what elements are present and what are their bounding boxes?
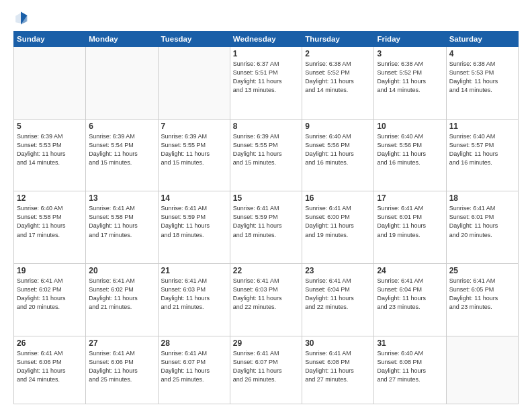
day-info: Sunrise: 6:40 AM Sunset: 5:56 PM Dayligh… [305, 132, 371, 167]
day-info: Sunrise: 6:41 AM Sunset: 6:06 PM Dayligh… [89, 349, 154, 384]
weekday-row: SundayMondayTuesdayWednesdayThursdayFrid… [14, 32, 519, 47]
calendar-cell: 15Sunrise: 6:41 AM Sunset: 5:59 PM Dayli… [230, 191, 302, 264]
day-number: 3 [377, 49, 443, 58]
day-info: Sunrise: 6:39 AM Sunset: 5:54 PM Dayligh… [89, 132, 154, 167]
day-number: 22 [233, 266, 299, 275]
day-number: 1 [233, 49, 299, 58]
weekday-header-wednesday: Wednesday [230, 32, 302, 47]
calendar-cell: 22Sunrise: 6:41 AM Sunset: 6:03 PM Dayli… [230, 264, 302, 336]
day-number: 26 [17, 338, 83, 348]
day-number: 14 [161, 193, 227, 203]
calendar-cell: 3Sunrise: 6:38 AM Sunset: 5:52 PM Daylig… [374, 47, 446, 120]
calendar-week-1: 5Sunrise: 6:39 AM Sunset: 5:53 PM Daylig… [14, 119, 519, 191]
day-number: 19 [17, 266, 83, 275]
day-info: Sunrise: 6:41 AM Sunset: 6:07 PM Dayligh… [233, 349, 299, 384]
day-number: 6 [89, 122, 154, 131]
calendar-cell: 16Sunrise: 6:41 AM Sunset: 6:00 PM Dayli… [302, 191, 374, 264]
calendar-cell: 9Sunrise: 6:40 AM Sunset: 5:56 PM Daylig… [302, 119, 374, 191]
day-number: 11 [449, 122, 515, 131]
day-info: Sunrise: 6:41 AM Sunset: 5:59 PM Dayligh… [161, 204, 227, 239]
day-info: Sunrise: 6:39 AM Sunset: 5:53 PM Dayligh… [17, 132, 83, 167]
day-info: Sunrise: 6:38 AM Sunset: 5:53 PM Dayligh… [449, 60, 515, 95]
day-info: Sunrise: 6:41 AM Sunset: 6:01 PM Dayligh… [449, 204, 515, 239]
calendar-cell: 8Sunrise: 6:39 AM Sunset: 5:55 PM Daylig… [230, 119, 302, 191]
day-number: 21 [161, 266, 227, 275]
day-info: Sunrise: 6:41 AM Sunset: 6:03 PM Dayligh… [161, 277, 227, 312]
day-info: Sunrise: 6:41 AM Sunset: 6:05 PM Dayligh… [449, 277, 515, 312]
calendar-cell: 7Sunrise: 6:39 AM Sunset: 5:55 PM Daylig… [158, 119, 230, 191]
day-info: Sunrise: 6:41 AM Sunset: 6:03 PM Dayligh… [233, 277, 299, 312]
day-number: 8 [233, 122, 299, 131]
weekday-header-sunday: Sunday [14, 32, 86, 47]
day-number: 5 [17, 122, 83, 131]
day-number: 16 [305, 193, 371, 203]
calendar-body: 1Sunrise: 6:37 AM Sunset: 5:51 PM Daylig… [14, 47, 519, 404]
weekday-header-monday: Monday [86, 32, 158, 47]
day-number: 13 [89, 193, 154, 203]
day-info: Sunrise: 6:41 AM Sunset: 6:01 PM Dayligh… [377, 204, 443, 239]
calendar-cell: 11Sunrise: 6:40 AM Sunset: 5:57 PM Dayli… [446, 119, 518, 191]
day-info: Sunrise: 6:39 AM Sunset: 5:55 PM Dayligh… [233, 132, 299, 167]
day-info: Sunrise: 6:41 AM Sunset: 6:04 PM Dayligh… [377, 277, 443, 312]
calendar-cell: 24Sunrise: 6:41 AM Sunset: 6:04 PM Dayli… [374, 264, 446, 336]
calendar-cell: 18Sunrise: 6:41 AM Sunset: 6:01 PM Dayli… [446, 191, 518, 264]
day-number: 20 [89, 266, 154, 275]
calendar-cell: 25Sunrise: 6:41 AM Sunset: 6:05 PM Dayli… [446, 264, 518, 336]
day-info: Sunrise: 6:39 AM Sunset: 5:55 PM Dayligh… [161, 132, 227, 167]
day-number: 18 [449, 193, 515, 203]
day-number: 12 [17, 193, 83, 203]
calendar-week-0: 1Sunrise: 6:37 AM Sunset: 5:51 PM Daylig… [14, 47, 519, 120]
day-info: Sunrise: 6:41 AM Sunset: 5:59 PM Dayligh… [233, 204, 299, 239]
day-number: 15 [233, 193, 299, 203]
weekday-header-tuesday: Tuesday [158, 32, 230, 47]
calendar-cell: 14Sunrise: 6:41 AM Sunset: 5:59 PM Dayli… [158, 191, 230, 264]
day-info: Sunrise: 6:38 AM Sunset: 5:52 PM Dayligh… [305, 60, 371, 95]
day-number: 29 [233, 338, 299, 348]
day-info: Sunrise: 6:41 AM Sunset: 6:07 PM Dayligh… [161, 349, 227, 384]
calendar-cell: 26Sunrise: 6:41 AM Sunset: 6:06 PM Dayli… [14, 336, 86, 404]
day-info: Sunrise: 6:37 AM Sunset: 5:51 PM Dayligh… [233, 60, 299, 95]
day-info: Sunrise: 6:41 AM Sunset: 6:00 PM Dayligh… [305, 204, 371, 239]
calendar-cell: 27Sunrise: 6:41 AM Sunset: 6:06 PM Dayli… [86, 336, 158, 404]
header [13, 11, 519, 26]
day-number: 25 [449, 266, 515, 275]
calendar: SundayMondayTuesdayWednesdayThursdayFrid… [13, 31, 519, 404]
calendar-cell [446, 336, 518, 404]
calendar-cell: 10Sunrise: 6:40 AM Sunset: 5:56 PM Dayli… [374, 119, 446, 191]
day-number: 10 [377, 122, 443, 131]
day-info: Sunrise: 6:41 AM Sunset: 6:08 PM Dayligh… [305, 349, 371, 384]
logo [13, 11, 31, 26]
day-number: 7 [161, 122, 227, 131]
logo-icon [13, 11, 28, 26]
calendar-cell: 23Sunrise: 6:41 AM Sunset: 6:04 PM Dayli… [302, 264, 374, 336]
day-number: 30 [305, 338, 371, 348]
day-info: Sunrise: 6:40 AM Sunset: 5:57 PM Dayligh… [449, 132, 515, 167]
day-number: 4 [449, 49, 515, 58]
calendar-cell: 4Sunrise: 6:38 AM Sunset: 5:53 PM Daylig… [446, 47, 518, 120]
day-info: Sunrise: 6:41 AM Sunset: 6:02 PM Dayligh… [89, 277, 154, 312]
day-info: Sunrise: 6:41 AM Sunset: 6:06 PM Dayligh… [17, 349, 83, 384]
calendar-cell: 12Sunrise: 6:40 AM Sunset: 5:58 PM Dayli… [14, 191, 86, 264]
calendar-cell: 20Sunrise: 6:41 AM Sunset: 6:02 PM Dayli… [86, 264, 158, 336]
weekday-header-saturday: Saturday [446, 32, 518, 47]
calendar-cell: 21Sunrise: 6:41 AM Sunset: 6:03 PM Dayli… [158, 264, 230, 336]
day-info: Sunrise: 6:41 AM Sunset: 5:58 PM Dayligh… [89, 204, 154, 239]
weekday-header-friday: Friday [374, 32, 446, 47]
calendar-week-3: 19Sunrise: 6:41 AM Sunset: 6:02 PM Dayli… [14, 264, 519, 336]
day-number: 24 [377, 266, 443, 275]
calendar-cell: 13Sunrise: 6:41 AM Sunset: 5:58 PM Dayli… [86, 191, 158, 264]
day-info: Sunrise: 6:38 AM Sunset: 5:52 PM Dayligh… [377, 60, 443, 95]
calendar-cell: 19Sunrise: 6:41 AM Sunset: 6:02 PM Dayli… [14, 264, 86, 336]
calendar-cell: 28Sunrise: 6:41 AM Sunset: 6:07 PM Dayli… [158, 336, 230, 404]
day-number: 27 [89, 338, 154, 348]
calendar-cell: 29Sunrise: 6:41 AM Sunset: 6:07 PM Dayli… [230, 336, 302, 404]
day-info: Sunrise: 6:41 AM Sunset: 6:04 PM Dayligh… [305, 277, 371, 312]
page: SundayMondayTuesdayWednesdayThursdayFrid… [0, 0, 532, 411]
day-number: 28 [161, 338, 227, 348]
calendar-cell [158, 47, 230, 120]
calendar-cell [86, 47, 158, 120]
day-number: 31 [377, 338, 443, 348]
day-info: Sunrise: 6:40 AM Sunset: 6:08 PM Dayligh… [377, 349, 443, 384]
calendar-cell: 2Sunrise: 6:38 AM Sunset: 5:52 PM Daylig… [302, 47, 374, 120]
calendar-cell: 17Sunrise: 6:41 AM Sunset: 6:01 PM Dayli… [374, 191, 446, 264]
